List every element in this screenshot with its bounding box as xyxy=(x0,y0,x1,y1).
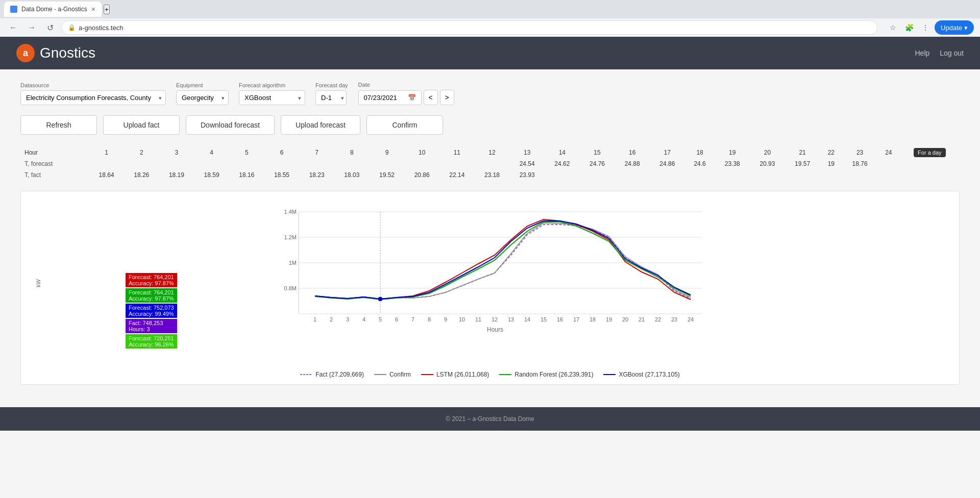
footer-text: © 2021 – a-Gnostics Data Dome xyxy=(446,415,534,422)
forecast-day-filter: Forecast day D-1 D-2 D-3 xyxy=(315,82,348,105)
new-tab-button[interactable]: + xyxy=(104,5,110,14)
refresh-nav-button[interactable]: ↺ xyxy=(43,20,57,35)
hour-11: 11 xyxy=(439,147,475,158)
forecast-row-label: T, forecast xyxy=(20,158,89,169)
svg-text:4: 4 xyxy=(362,316,365,322)
for-a-day-button[interactable]: For a day xyxy=(914,148,945,157)
legend-rf-label: Random Forest (26,239,391) xyxy=(514,371,593,378)
hour-23: 23 xyxy=(842,147,877,158)
equipment-filter: Equipment Georgecity xyxy=(176,82,229,105)
algorithm-select-wrapper: XGBoost LSTM Random Forest xyxy=(239,90,305,105)
legend-confirm-label: Confirm xyxy=(389,371,411,378)
svg-text:21: 21 xyxy=(639,316,645,322)
upload-fact-button[interactable]: Upload fact xyxy=(103,115,180,135)
tab-favicon xyxy=(10,6,17,13)
star-button[interactable]: ☆ xyxy=(886,20,900,35)
address-bar[interactable]: 🔒 a-gnostics.tech xyxy=(61,20,877,35)
calendar-icon[interactable]: 📅 xyxy=(408,94,416,102)
download-forecast-button[interactable]: Download forecast xyxy=(186,115,275,135)
help-link[interactable]: Help xyxy=(915,49,929,57)
hour-8: 8 xyxy=(334,147,370,158)
svg-point-38 xyxy=(378,297,382,301)
legend-xgboost-label: XGBoost (27,173,105) xyxy=(619,371,679,378)
app-header: a Gnostics Help Log out xyxy=(0,37,980,69)
legend-xgboost-icon xyxy=(603,372,616,377)
app-footer: © 2021 – a-Gnostics Data Dome xyxy=(0,407,980,431)
update-button[interactable]: Update ▾ xyxy=(935,20,974,35)
svg-text:13: 13 xyxy=(508,316,514,322)
equipment-select[interactable]: Georgecity xyxy=(176,90,229,105)
date-next-button[interactable]: > xyxy=(440,90,454,105)
confirm-button[interactable]: Confirm xyxy=(366,115,443,135)
table-row-fact: T, fact 18.64 18.26 18.19 18.59 18.16 18… xyxy=(20,169,960,181)
hour-10: 10 xyxy=(404,147,439,158)
forecast-day-select[interactable]: D-1 D-2 D-3 xyxy=(315,90,347,105)
legend-lstm-icon xyxy=(421,372,433,377)
date-prev-button[interactable]: < xyxy=(424,90,438,105)
hour-15: 15 xyxy=(580,147,615,158)
forward-button[interactable]: → xyxy=(24,20,39,35)
data-table: Hour 1 2 3 4 5 6 7 8 9 10 11 12 13 14 15 xyxy=(20,147,960,181)
active-tab: Data Dome - a-Gnostics × xyxy=(4,2,102,17)
hour-1: 1 xyxy=(89,147,124,158)
hour-header: Hour xyxy=(20,147,89,158)
logout-link[interactable]: Log out xyxy=(940,49,964,57)
hour-9: 9 xyxy=(370,147,405,158)
svg-text:14: 14 xyxy=(524,316,530,322)
app: a Gnostics Help Log out Datasource Elect… xyxy=(0,37,980,498)
algorithm-filter: Forecast algorithm XGBoost LSTM Random F… xyxy=(239,82,305,105)
back-button[interactable]: ← xyxy=(6,20,20,35)
y-axis-label: kW xyxy=(35,279,41,287)
hour-16: 16 xyxy=(615,147,650,158)
chart-container: kW 1.4M 1.2M 1M 0.8M 1 xyxy=(20,191,960,385)
extensions-button[interactable]: 🧩 xyxy=(902,20,916,35)
app-name: Gnostics xyxy=(40,45,95,61)
hour-7: 7 xyxy=(299,147,334,158)
legend-rf: Random Forest (26,239,391) xyxy=(499,371,593,378)
forecast-day-select-wrapper: D-1 D-2 D-3 xyxy=(315,90,348,105)
date-input[interactable] xyxy=(364,94,405,102)
svg-text:1: 1 xyxy=(313,316,316,322)
svg-text:5: 5 xyxy=(379,316,382,322)
upload-forecast-button[interactable]: Upload forecast xyxy=(281,115,360,135)
svg-text:0.8M: 0.8M xyxy=(284,285,297,291)
lock-icon: 🔒 xyxy=(68,24,76,31)
svg-text:18: 18 xyxy=(590,316,596,322)
chart-svg: 1.4M 1.2M 1M 0.8M 1 2 3 4 5 6 7 8 9 xyxy=(46,202,944,344)
tab-title: Data Dome - a-Gnostics xyxy=(21,6,87,13)
svg-text:12: 12 xyxy=(492,316,498,322)
svg-text:23: 23 xyxy=(671,316,677,322)
algorithm-label: Forecast algorithm xyxy=(239,82,305,88)
datasource-select-wrapper: Electricity Consumption Forecasts, Count… xyxy=(20,90,166,105)
forecast-day-label: Forecast day xyxy=(315,82,348,88)
hour-3: 3 xyxy=(159,147,194,158)
menu-button[interactable]: ⋮ xyxy=(918,20,933,35)
filters-row: Datasource Electricity Consumption Forec… xyxy=(20,82,960,105)
svg-text:9: 9 xyxy=(444,316,447,322)
hour-12: 12 xyxy=(475,147,510,158)
logo: a Gnostics xyxy=(16,44,95,62)
hour-13: 13 xyxy=(509,147,545,158)
logo-icon: a xyxy=(16,44,35,62)
svg-text:24: 24 xyxy=(688,316,694,322)
fact-row-label: T, fact xyxy=(20,169,89,181)
legend-fact: Fact (27,209,669) xyxy=(300,371,364,378)
equipment-label: Equipment xyxy=(176,82,229,88)
algorithm-select[interactable]: XGBoost LSTM Random Forest xyxy=(239,90,305,105)
svg-text:15: 15 xyxy=(541,316,547,322)
date-filter: Date 📅 < > xyxy=(358,82,454,105)
refresh-button[interactable]: Refresh xyxy=(20,115,97,135)
svg-text:19: 19 xyxy=(606,316,612,322)
table-row-forecast: T, forecast 24.54 24.62 24.76 xyxy=(20,158,960,169)
tab-close-button[interactable]: × xyxy=(91,5,95,13)
hour-6: 6 xyxy=(264,147,300,158)
browser-chrome: Data Dome - a-Gnostics × + ← → ↺ 🔒 a-gno… xyxy=(0,0,980,37)
datasource-label: Datasource xyxy=(20,82,166,88)
main-content: Datasource Electricity Consumption Forec… xyxy=(0,69,980,397)
chart-legend: Fact (27,209,669) Confirm LSTM (26,011,0… xyxy=(31,371,949,378)
datasource-select[interactable]: Electricity Consumption Forecasts, Count… xyxy=(20,90,166,105)
svg-text:8: 8 xyxy=(428,316,431,322)
tab-bar: Data Dome - a-Gnostics × + xyxy=(0,0,980,18)
svg-text:Hours: Hours xyxy=(487,326,503,333)
svg-text:11: 11 xyxy=(475,316,481,322)
